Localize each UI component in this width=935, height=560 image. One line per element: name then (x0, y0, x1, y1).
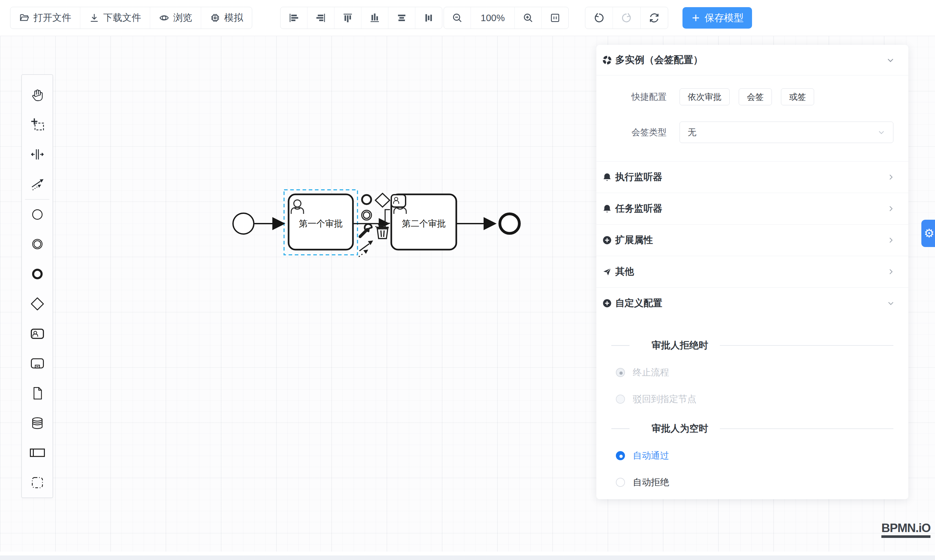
append-intermediate-event-icon[interactable] (362, 210, 371, 220)
zoom-out-button[interactable] (444, 7, 471, 29)
chevron-down-icon[interactable] (886, 56, 895, 65)
zoom-level-value: 100% (481, 13, 505, 23)
align-top-button[interactable] (334, 7, 361, 29)
create-start-event[interactable] (22, 200, 53, 229)
create-participant[interactable] (22, 438, 53, 468)
simulate-button[interactable]: 模拟 (201, 7, 252, 29)
quick-option-sequential[interactable]: 依次审批 (680, 88, 730, 105)
append-gateway-icon[interactable] (375, 193, 390, 207)
chevron-right-icon (887, 236, 895, 244)
section-label: 执行监听器 (615, 171, 662, 184)
chevron-right-icon (887, 173, 895, 181)
hand-icon (30, 88, 45, 102)
sign-type-label: 会签类型 (611, 126, 667, 138)
horizontal-scrollbar[interactable] (0, 555, 935, 560)
radio-icon[interactable] (616, 451, 625, 460)
participant-icon (29, 445, 46, 461)
create-gateway[interactable] (22, 289, 53, 319)
space-tool[interactable] (22, 139, 53, 169)
section-label: 扩展属性 (615, 234, 653, 247)
radio-icon[interactable] (616, 395, 625, 404)
lasso-tool[interactable] (22, 110, 53, 140)
zoom-button-group: 100% (444, 7, 569, 29)
section-task-listener[interactable]: 任务监听器 (597, 193, 908, 224)
save-model-button[interactable]: 保存模型 (683, 7, 752, 29)
align-bottom-button[interactable] (361, 7, 388, 29)
quick-option-countersign[interactable]: 会签 (739, 88, 772, 105)
align-center-horizontal-button[interactable] (388, 7, 415, 29)
zoom-level-display: 100% (471, 7, 515, 29)
sign-type-select[interactable]: 无 (680, 122, 893, 143)
radio-auto-reject[interactable]: 自动拒绝 (616, 476, 893, 489)
create-group[interactable] (22, 468, 53, 498)
empty-group-title: 审批人为空时 (652, 422, 708, 435)
section-execution-listener[interactable]: 执行监听器 (597, 161, 908, 193)
redo-button[interactable] (613, 7, 641, 29)
radio-label: 自动通过 (633, 449, 669, 462)
quick-option-orsign[interactable]: 或签 (781, 88, 814, 105)
multi-instance-icon (602, 55, 612, 65)
trash-icon[interactable] (376, 226, 389, 238)
section-extension-properties[interactable]: 扩展属性 (597, 224, 908, 256)
properties-panel: 多实例（会签配置） 快捷配置 依次审批 会签 或签 会签类型 无 (597, 45, 908, 499)
radio-terminate-process[interactable]: 终止流程 (616, 366, 893, 378)
file-button-group: 打开文件 下载文件 浏览 模 (10, 7, 252, 29)
section-other[interactable]: 其他 (597, 256, 908, 287)
fit-viewport-button[interactable] (542, 7, 568, 29)
simulate-label: 模拟 (224, 11, 243, 25)
align-right-button[interactable] (308, 7, 334, 29)
append-text-annotation-icon[interactable] (385, 210, 390, 223)
gear-icon: ⚙ (924, 226, 934, 240)
append-end-event-icon[interactable] (362, 195, 371, 204)
folder-open-icon (19, 13, 29, 23)
group-icon (30, 475, 45, 490)
bell-icon (602, 204, 612, 214)
start-event-icon (30, 207, 45, 222)
plus-circle-icon (602, 235, 612, 245)
radio-icon[interactable] (616, 368, 625, 377)
radio-label: 自动拒绝 (633, 476, 669, 489)
create-user-task[interactable] (22, 319, 53, 349)
reset-button[interactable] (641, 7, 668, 29)
download-file-button[interactable]: 下载文件 (80, 7, 150, 29)
empty-group-divider: 审批人为空时 (611, 422, 893, 435)
end-event[interactable] (500, 214, 519, 233)
preview-label: 浏览 (173, 11, 192, 25)
hand-tool[interactable] (22, 80, 53, 110)
user-task-icon (29, 326, 45, 342)
bpmn-designer-app: 第一个审批 第二个审批 (0, 0, 935, 560)
preview-button[interactable]: 浏览 (150, 7, 201, 29)
section-custom-config[interactable]: 自定义配置 (597, 287, 908, 319)
radio-icon[interactable] (616, 478, 625, 487)
chip-icon (210, 13, 220, 23)
append-user-task-icon[interactable] (391, 195, 406, 207)
gateway-icon (29, 296, 45, 312)
start-event[interactable] (233, 213, 254, 234)
custom-config-body: 审批人拒绝时 终止流程 驳回到指定节点 审批人为空时 自动通过 (597, 319, 908, 499)
radio-return-to-node[interactable]: 驳回到指定节点 (616, 393, 893, 405)
bell-icon (602, 172, 612, 182)
section-label: 其他 (615, 265, 634, 278)
create-subprocess[interactable] (22, 348, 53, 378)
global-connect-tool[interactable] (22, 169, 53, 199)
open-file-button[interactable]: 打开文件 (11, 7, 80, 29)
settings-tab[interactable]: ⚙ (921, 220, 935, 247)
align-middle-vertical-button[interactable] (415, 7, 442, 29)
connect-tool-icon[interactable] (359, 240, 373, 257)
task1-label: 第一个审批 (299, 219, 343, 228)
align-center-horizontal-icon (396, 12, 407, 23)
reject-group-divider: 审批人拒绝时 (611, 339, 893, 352)
create-data-object[interactable] (22, 378, 53, 408)
radio-auto-pass[interactable]: 自动通过 (616, 449, 893, 462)
wrench-icon[interactable] (360, 224, 372, 237)
create-data-store[interactable] (22, 408, 53, 438)
space-tool-icon (30, 147, 45, 162)
task-first-approval[interactable]: 第一个审批 (289, 194, 353, 249)
multi-instance-body: 快捷配置 依次审批 会签 或签 会签类型 无 (597, 75, 908, 161)
multi-instance-section-header[interactable]: 多实例（会签配置） (597, 45, 908, 75)
zoom-in-button[interactable] (515, 7, 542, 29)
create-end-event[interactable] (22, 259, 53, 289)
create-intermediate-event[interactable] (22, 229, 53, 259)
undo-button[interactable] (585, 7, 613, 29)
align-left-button[interactable] (280, 7, 308, 29)
